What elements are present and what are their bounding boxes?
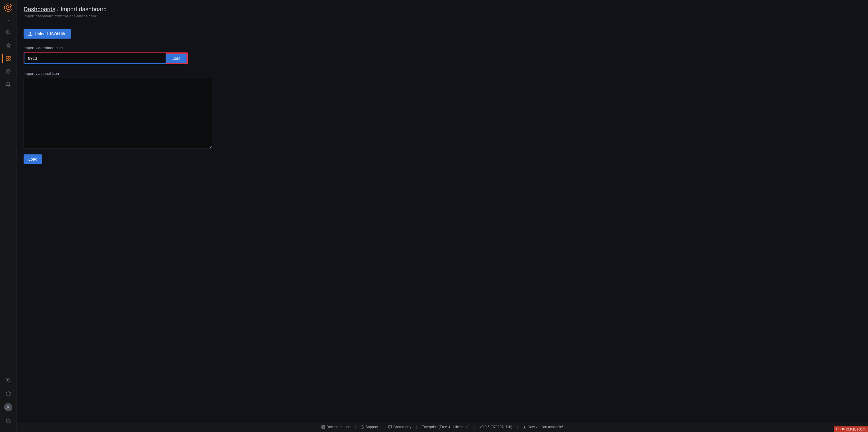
download-icon: [523, 425, 526, 429]
upload-json-label: Upload JSON file: [35, 32, 66, 36]
footer-sep-1: |: [355, 425, 356, 429]
panel-json-textarea[interactable]: [24, 78, 212, 149]
footer-community-label: Community: [393, 425, 411, 429]
page-body: Upload JSON file Import via grafana.com …: [17, 22, 868, 422]
footer-enterprise-link[interactable]: Enterprise (Free & unlicensed): [422, 425, 470, 429]
footer-sep-4: |: [474, 425, 475, 429]
csdn-badge: CSDN @寂夜了无岚: [834, 426, 868, 432]
sidebar-item-search[interactable]: [2, 27, 14, 38]
sidebar-item-starred[interactable]: [2, 39, 14, 51]
footer-enterprise-label: Enterprise (Free & unlicensed): [422, 425, 470, 429]
footer-version: v9.3.6 (978237e7cb): [480, 425, 513, 429]
page-header: Dashboards / Import dashboard Import das…: [17, 0, 868, 22]
svg-rect-16: [389, 426, 392, 428]
breadcrumb-dashboards-link[interactable]: Dashboards: [24, 6, 55, 13]
breadcrumb-current: Import dashboard: [60, 6, 107, 13]
breadcrumb-separator: /: [57, 6, 59, 13]
doc-icon: [321, 425, 325, 429]
footer-documentation-link[interactable]: Documentation: [321, 425, 350, 429]
svg-rect-6: [8, 59, 10, 60]
sidebar-item-explore[interactable]: [2, 65, 14, 77]
import-panel-section: Import via panel json Load: [24, 71, 861, 164]
import-grafana-section: Import via grafana.com Load: [24, 46, 861, 64]
footer-documentation-label: Documentation: [327, 425, 350, 429]
import-grafana-label: Import via grafana.com: [24, 46, 861, 50]
sidebar-item-settings[interactable]: [2, 374, 14, 386]
community-icon: [388, 425, 392, 429]
svg-rect-3: [6, 56, 8, 58]
footer-sep-3: |: [416, 425, 417, 429]
grafana-logo[interactable]: [3, 2, 13, 13]
footer-community-link[interactable]: Community: [388, 425, 411, 429]
sidebar: ›: [0, 0, 17, 432]
grafana-id-input[interactable]: [24, 53, 165, 64]
footer-support-label: Support: [366, 425, 378, 429]
svg-rect-5: [6, 59, 8, 60]
footer-version-label: v9.3.6 (978237e7cb): [480, 425, 513, 429]
breadcrumb: Dashboards / Import dashboard: [24, 6, 861, 13]
svg-text:?: ?: [7, 420, 9, 423]
footer-sep-2: |: [383, 425, 383, 429]
svg-point-10: [7, 406, 9, 407]
footer-support-link[interactable]: ? Support: [361, 425, 378, 429]
sidebar-item-profile[interactable]: [2, 401, 14, 413]
svg-point-1: [9, 6, 11, 7]
footer: Documentation | ? Support | Community |: [17, 422, 868, 432]
support-icon: ?: [361, 425, 364, 429]
upload-json-button[interactable]: Upload JSON file: [24, 29, 71, 39]
sidebar-toggle[interactable]: ›: [3, 15, 13, 25]
import-grafana-row: Load: [24, 53, 861, 64]
sidebar-item-alerting[interactable]: [2, 79, 14, 90]
main-content: Dashboards / Import dashboard Import das…: [17, 0, 868, 432]
sidebar-item-dashboards[interactable]: [2, 53, 14, 64]
avatar: [4, 403, 12, 411]
grafana-id-input-wrapper: Load: [24, 53, 188, 64]
page-subtitle: Import dashboard from file or Grafana.co…: [24, 14, 861, 18]
footer-sep-5: |: [517, 425, 518, 429]
load-inline-button[interactable]: Load: [165, 54, 186, 63]
load-main-button[interactable]: Load: [24, 154, 42, 164]
sidebar-item-shield[interactable]: [2, 388, 14, 400]
footer-update-link[interactable]: New version available!: [523, 425, 563, 429]
svg-text:?: ?: [362, 426, 363, 429]
upload-icon: [28, 32, 32, 36]
footer-update-label: New version available!: [528, 425, 563, 429]
svg-point-9: [7, 379, 9, 381]
import-panel-label: Import via panel json: [24, 71, 861, 76]
svg-rect-4: [8, 56, 10, 58]
load-inline-wrapper: Load: [165, 53, 187, 64]
svg-point-7: [6, 69, 10, 73]
sidebar-item-help[interactable]: ?: [2, 415, 14, 427]
svg-point-8: [8, 71, 9, 72]
